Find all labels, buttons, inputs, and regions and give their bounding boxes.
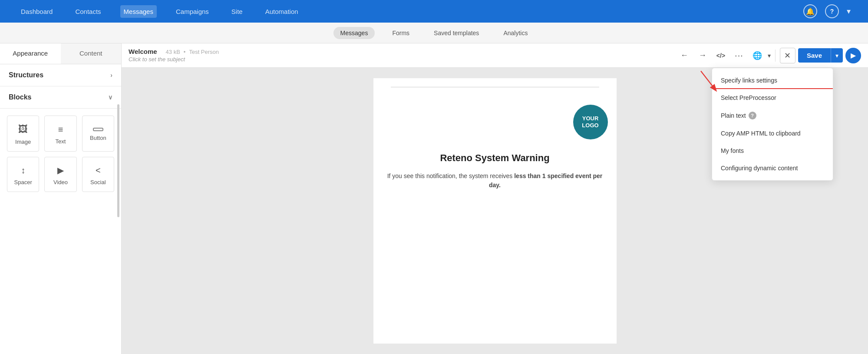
dropdown-dynamic-content[interactable]: Configuring dynamic content [712,159,833,177]
notification-button[interactable]: 🔔 [803,4,817,18]
dropdown-menu: Specify links settings Select PreProcess… [712,68,833,181]
blocks-arrow-icon: ∨ [108,94,112,101]
canvas-body: If you see this notification, the system… [373,168,617,193]
select-preprocessor-label: Select PreProcessor [721,94,776,101]
block-video[interactable]: ▶ Video [44,157,76,192]
nav-messages[interactable]: Messages [120,5,157,18]
canvas-heading: Reteno System Warning [373,148,617,168]
spacer-icon: ↕ [21,165,25,175]
social-icon: < [96,165,101,175]
button-icon [93,128,103,131]
dropdown-copy-amp[interactable]: Copy AMP HTML to clipboard [712,125,833,142]
more-options-button[interactable]: ··· [731,48,747,63]
button-label: Button [90,135,106,141]
play-button[interactable]: ▶ [845,48,861,63]
subnav-saved-templates[interactable]: Saved templates [427,27,486,39]
text-label: Text [56,138,66,145]
block-image[interactable]: 🖼 Image [7,116,39,152]
test-person: Test Person [189,49,219,55]
logo-placeholder: YOURLOGO [573,105,608,139]
nav-items-left: Dashboard Contacts Messages Campaigns Si… [17,5,302,18]
forward-button[interactable]: → [695,48,710,63]
specify-links-label: Specify links settings [721,77,777,84]
toolbar-separator: • [184,49,186,55]
dropdown-my-fonts[interactable]: My fonts [712,142,833,159]
close-button[interactable]: ✕ [780,48,795,63]
nav-contacts[interactable]: Contacts [72,5,104,18]
nav-dashboard[interactable]: Dashboard [17,5,56,18]
block-text[interactable]: ≡ Text [44,116,76,152]
nav-site[interactable]: Site [228,5,246,18]
question-icon: ? [830,8,834,15]
canvas-divider [391,87,599,87]
left-sidebar: Appearance Content Structures › Blocks ∨… [0,43,122,354]
subnav-analytics[interactable]: Analytics [496,27,535,39]
globe-arrow-icon[interactable]: ▾ [768,52,771,59]
sidebar-tabs: Appearance Content [0,43,121,64]
plain-text-label: Plain text [721,112,746,119]
copy-amp-label: Copy AMP HTML to clipboard [721,130,801,137]
main-layout: Appearance Content Structures › Blocks ∨… [0,43,868,354]
save-button-group: Save ▾ [798,48,843,63]
bell-icon: 🔔 [806,7,815,16]
editor-toolbar: Welcome 43 kB • Test Person Click to set… [122,43,868,68]
canvas-content: YOURLOGO Reteno System Warning If you se… [373,78,617,344]
structures-section[interactable]: Structures › [0,64,121,86]
text-icon: ≡ [58,125,63,135]
nav-campaigns[interactable]: Campaigns [172,5,212,18]
editor-area: Welcome 43 kB • Test Person Click to set… [122,43,868,354]
structures-label: Structures [9,71,43,79]
my-fonts-label: My fonts [721,147,744,154]
sub-nav: Messages Forms Saved templates Analytics [0,23,868,43]
tab-appearance[interactable]: Appearance [0,43,61,64]
back-button[interactable]: ← [677,48,692,63]
plain-text-row: Plain text ? [721,112,824,119]
logo-text: YOURLOGO [582,115,598,129]
video-label: Video [53,179,68,185]
email-title[interactable]: Welcome [129,48,157,55]
toolbar-actions: ← → </> ··· 🌐 ▾ ✕ Save ▾ ▶ [677,48,861,63]
account-dropdown[interactable]: ▾ [847,7,851,16]
plain-text-help-icon[interactable]: ? [749,112,756,119]
subnav-forms[interactable]: Forms [385,27,416,39]
email-subtitle[interactable]: Click to set the subject [129,56,185,63]
code-button[interactable]: </> [713,48,729,63]
dropdown-plain-text[interactable]: Plain text ? [712,106,833,125]
help-button[interactable]: ? [825,4,839,18]
image-icon: 🖼 [18,124,28,135]
block-social[interactable]: < Social [82,157,114,192]
nav-automation[interactable]: Automation [262,5,302,18]
toolbar-info: Welcome 43 kB • Test Person Click to set… [129,48,673,63]
spacer-label: Spacer [14,179,32,185]
structures-arrow-icon: › [110,72,112,79]
block-button[interactable]: Button [82,116,114,152]
email-size: 43 kB [166,49,180,55]
subnav-messages[interactable]: Messages [333,27,375,39]
dropdown-specify-links[interactable]: Specify links settings [712,72,833,89]
top-nav: Dashboard Contacts Messages Campaigns Si… [0,0,868,23]
dropdown-select-preprocessor[interactable]: Select PreProcessor [712,89,833,106]
nav-items-right: 🔔 ? ▾ [803,4,851,18]
social-label: Social [90,179,106,185]
block-spacer[interactable]: ↕ Spacer [7,157,39,192]
dynamic-content-label: Configuring dynamic content [721,165,798,172]
save-dropdown-button[interactable]: ▾ [831,48,843,63]
toolbar-meta: Welcome 43 kB • Test Person Click to set… [129,48,673,63]
scrollbar-track[interactable] [117,104,119,217]
blocks-grid: 🖼 Image ≡ Text Button ↕ Spacer ▶ Video < [0,109,121,199]
video-icon: ▶ [57,165,64,175]
blocks-section[interactable]: Blocks ∨ [0,86,121,109]
save-button[interactable]: Save [798,48,831,63]
logo-area: YOURLOGO [373,96,617,148]
image-label: Image [15,139,31,145]
blocks-label: Blocks [9,93,31,101]
tab-content[interactable]: Content [61,43,122,64]
toolbar-divider [775,50,776,62]
globe-button[interactable]: 🌐 [749,48,765,63]
